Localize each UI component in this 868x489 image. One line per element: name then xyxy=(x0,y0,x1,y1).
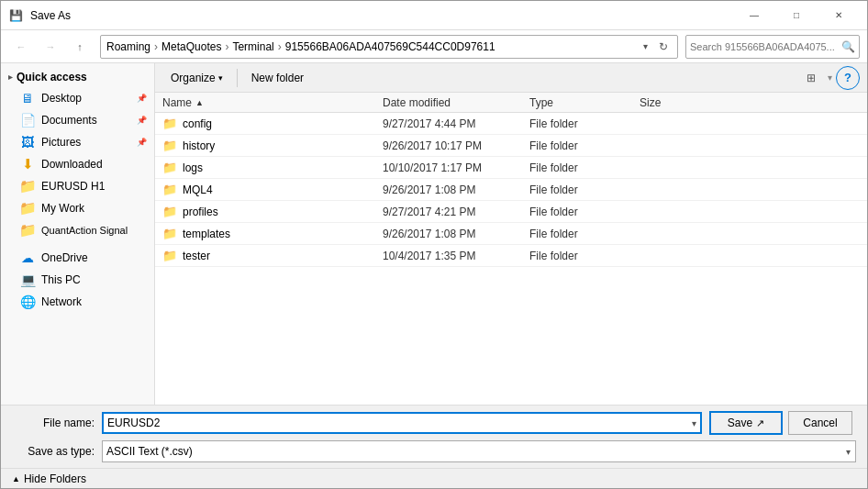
cancel-button[interactable]: Cancel xyxy=(788,411,852,435)
title-bar: 💾 Save As — □ ✕ xyxy=(1,1,867,30)
folder-icon: 📁 xyxy=(162,139,177,152)
table-row[interactable]: 📁 history 9/26/2017 10:17 PM File folder xyxy=(155,135,867,157)
search-input[interactable] xyxy=(690,41,841,52)
sidebar-item-label-documents: Documents xyxy=(41,114,97,127)
file-name-text: templates xyxy=(183,228,230,240)
search-box: 🔍 xyxy=(685,35,860,59)
pin-icon-desktop: 📌 xyxy=(137,94,147,103)
pictures-icon: 🖼 xyxy=(19,134,36,150)
action-buttons: Save ↗ Cancel xyxy=(709,411,852,435)
back-button[interactable]: ← xyxy=(8,34,34,60)
file-name-text: history xyxy=(183,139,215,152)
table-row[interactable]: 📁 config 9/27/2017 4:44 PM File folder xyxy=(155,113,867,135)
window-controls: — □ ✕ xyxy=(733,1,860,30)
file-cell-name: 📁 tester xyxy=(162,249,383,262)
downloaded-icon: ⬇ xyxy=(19,156,36,172)
addr-metaquotes[interactable]: MetaQuotes xyxy=(160,39,223,54)
sidebar-item-onedrive[interactable]: ☁ OneDrive xyxy=(1,247,154,269)
sidebar-item-label-network: Network xyxy=(41,295,82,308)
col-header-type[interactable]: Type xyxy=(529,96,640,109)
col-header-date[interactable]: Date modified xyxy=(383,96,529,109)
addr-roaming[interactable]: Roaming xyxy=(105,39,152,54)
sidebar-item-label-pictures: Pictures xyxy=(41,136,81,149)
file-cell-date: 9/26/2017 10:17 PM xyxy=(383,139,529,152)
sidebar-item-quantaction[interactable]: 📁 QuantAction Signal xyxy=(1,219,154,241)
sidebar-item-network[interactable]: 🌐 Network xyxy=(1,291,154,313)
nav-toolbar: ← → ↑ Roaming › MetaQuotes › Terminal › … xyxy=(1,30,867,63)
table-row[interactable]: 📁 MQL4 9/26/2017 1:08 PM File folder xyxy=(155,179,867,201)
col-header-name[interactable]: Name ▲ xyxy=(162,96,383,109)
file-cell-name: 📁 templates xyxy=(162,227,383,240)
file-list-header: Name ▲ Date modified Type Size xyxy=(155,93,867,113)
file-cell-type: File folder xyxy=(529,250,640,262)
sidebar-item-documents[interactable]: 📄 Documents 📌 xyxy=(1,109,154,131)
file-cell-type: File folder xyxy=(529,117,640,130)
sidebar-item-pictures[interactable]: 🖼 Pictures 📌 xyxy=(1,131,154,153)
sidebar-item-label-thispc: This PC xyxy=(41,273,81,286)
file-cell-type: File folder xyxy=(529,183,640,196)
table-row[interactable]: 📁 tester 10/4/2017 1:35 PM File folder xyxy=(155,245,867,267)
up-button[interactable]: ↑ xyxy=(67,34,93,60)
table-row[interactable]: 📁 profiles 9/27/2017 4:21 PM File folder xyxy=(155,201,867,223)
sidebar-item-desktop[interactable]: 🖥 Desktop 📌 xyxy=(1,87,154,109)
sidebar-item-thispc[interactable]: 💻 This PC xyxy=(1,269,154,291)
hide-folders-chevron: ▲ xyxy=(12,474,20,483)
new-folder-button[interactable]: New folder xyxy=(243,68,312,88)
window-title: Save As xyxy=(30,9,733,22)
bottom-footer: ▲ Hide Folders xyxy=(1,468,867,488)
refresh-icon[interactable]: ↻ xyxy=(653,37,673,57)
file-name-text: MQL4 xyxy=(183,183,213,196)
quick-access-header[interactable]: ▸ Quick access xyxy=(1,67,154,87)
documents-icon: 📄 xyxy=(19,112,36,128)
filename-label: File name: xyxy=(12,417,95,429)
desktop-icon: 🖥 xyxy=(19,90,36,106)
sidebar-item-mywork[interactable]: 📁 My Work xyxy=(1,197,154,219)
close-button[interactable]: ✕ xyxy=(818,1,860,30)
col-header-size[interactable]: Size xyxy=(640,96,713,109)
maximize-button[interactable]: □ xyxy=(775,1,818,30)
network-icon: 🌐 xyxy=(19,294,36,310)
pin-icon-documents: 📌 xyxy=(137,116,147,125)
file-name-text: logs xyxy=(183,161,203,174)
main-content: ▸ Quick access 🖥 Desktop 📌 📄 Documents 📌… xyxy=(1,63,867,405)
view-button[interactable]: ⊞ xyxy=(798,66,824,90)
file-list: Name ▲ Date modified Type Size 📁 xyxy=(155,93,867,405)
sidebar-item-label-mywork: My Work xyxy=(41,202,84,215)
folder-icon: 📁 xyxy=(162,227,177,240)
file-cell-date: 9/27/2017 4:21 PM xyxy=(383,206,529,218)
sidebar-item-label-onedrive: OneDrive xyxy=(41,251,88,264)
addr-id[interactable]: 915566BA06ADA407569C544CC0D97611 xyxy=(284,39,497,54)
address-dropdown-icon[interactable]: ▾ xyxy=(637,37,653,57)
filetype-label: Save as type: xyxy=(12,445,95,458)
content-toolbar: Organize ▾ New folder ⊞ ▾ ? xyxy=(155,63,867,93)
file-cell-name: 📁 history xyxy=(162,139,383,152)
organize-button[interactable]: Organize ▾ xyxy=(162,68,231,88)
folder-icon: 📁 xyxy=(162,161,177,174)
sidebar-item-downloaded[interactable]: ⬇ Downloaded xyxy=(1,153,154,175)
filetype-select[interactable]: ASCII Text (*.csv)All Files (*.*) xyxy=(102,440,856,462)
file-rows-container: 📁 config 9/27/2017 4:44 PM File folder 📁… xyxy=(155,113,867,267)
mywork-folder-icon: 📁 xyxy=(19,200,36,217)
filename-input[interactable] xyxy=(102,412,702,434)
file-cell-date: 9/26/2017 1:08 PM xyxy=(383,183,529,196)
table-row[interactable]: 📁 logs 10/10/2017 1:17 PM File folder xyxy=(155,157,867,179)
sidebar-item-eurusd[interactable]: 📁 EURUSD H1 xyxy=(1,175,154,197)
hide-folders-button[interactable]: ▲ Hide Folders xyxy=(12,472,86,485)
filetype-row: Save as type: ASCII Text (*.csv)All File… xyxy=(12,440,856,462)
sidebar-item-label-eurusd: EURUSD H1 xyxy=(41,180,105,193)
save-button[interactable]: Save ↗ xyxy=(709,411,783,435)
save-cursor-icon: ↗ xyxy=(756,417,764,429)
help-button[interactable]: ? xyxy=(836,66,860,90)
minimize-button[interactable]: — xyxy=(733,1,775,30)
file-cell-type: File folder xyxy=(529,139,640,152)
forward-button[interactable]: → xyxy=(38,34,63,60)
quick-access-chevron: ▸ xyxy=(8,72,13,82)
sidebar-item-label-desktop: Desktop xyxy=(41,92,82,105)
addr-terminal[interactable]: Terminal xyxy=(230,39,275,54)
sort-arrow-icon: ▲ xyxy=(195,98,204,107)
folder-icon: 📁 xyxy=(162,117,177,130)
filename-wrapper xyxy=(102,412,702,434)
table-row[interactable]: 📁 templates 9/26/2017 1:08 PM File folde… xyxy=(155,223,867,245)
quantaction-folder-icon: 📁 xyxy=(19,222,36,239)
file-name-text: tester xyxy=(183,250,210,262)
